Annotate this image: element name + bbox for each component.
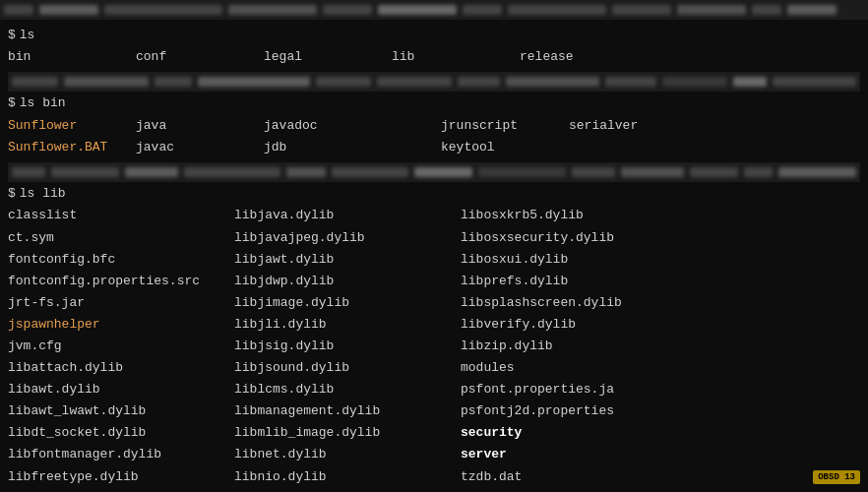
title-bar [0,0,868,20]
ls-lib-grid: classlist libjava.dylib libosxkrb5.dylib… [8,205,860,492]
lib-libjsig: libjsig.dylib [234,336,461,357]
lib-libosxui: libosxui.dylib [461,249,756,271]
lib-empty [461,488,756,492]
ls-bin-javac: javac [136,137,264,159]
lib-libjimage: libjimage.dylib [234,292,461,314]
lib-libprefs: libprefs.dylib [461,271,756,292]
cmd-ls: ls [20,24,35,46]
lib-libosxsecurity: libosxsecurity.dylib [461,227,756,249]
lib-libosxkrb5: libosxkrb5.dylib [461,205,756,226]
lib-libawt: libawt.dylib [8,379,234,400]
terminal-window: $ ls bin conf legal lib release [0,0,868,492]
lib-libdt-socket: libdt_socket.dylib [8,422,234,444]
lib-libattach: libattach.dylib [8,357,234,379]
prompt-ls: $ ls [8,24,860,46]
lib-libawt-lwawt: libawt_lwawt.dylib [8,400,234,422]
lib-libjava: libjava.dylib [234,205,461,226]
ls-output-row: bin conf legal lib release [8,46,860,69]
lib-libverify: libverify.dylib [461,314,756,336]
lib-ctsym: ct.sym [8,227,234,249]
lib-fontconfig-bfc: fontconfig.bfc [8,249,234,271]
lib-fontconfig-props: fontconfig.properties.src [8,271,234,292]
lib-libnio: libnio.dylib [234,466,461,488]
ls-bin-sunflower: Sunflower [8,115,136,138]
prompt-symbol-3: $ [8,182,16,205]
lib-libzip: libzip.dylib [461,336,756,357]
lib-libfontmanager: libfontmanager.dylib [8,444,234,465]
lib-tzdb: tzdb.dat [461,466,756,488]
lib-libjawt: libjawt.dylib [234,249,461,271]
separator-1 [8,72,860,92]
cmd-ls-bin: ls bin [20,92,66,114]
ls-bin-javadoc: javadoc [264,115,441,138]
lib-libjsound: libjsound.dylib [234,357,461,379]
lib-libjavajpeg: libjavajpeg.dylib [234,227,461,249]
lib-libfreetype: libfreetype.dylib [8,466,234,488]
ls-item-lib: lib [392,46,520,69]
lib-modules: modules [461,357,756,379]
ls-item-legal: legal [264,46,392,69]
lib-psfont-props: psfont.properties.ja [461,379,756,400]
lib-psfontj2d: psfontj2d.properties [461,400,756,422]
ls-bin-row2: Sunflower.BAT javac jdb keytool [8,137,860,159]
lib-libosx: libosx.dylib [234,488,461,492]
ls-bin-keytool: keytool [441,137,549,159]
ls-bin-row1: Sunflower java javadoc jrunscript serial… [8,115,860,138]
separator-2 [8,162,860,182]
lib-security: security [461,422,756,444]
badge: OBSD 13 [813,470,860,484]
lib-libmlib: libmlib_image.dylib [234,422,461,444]
lib-liblcms: liblcms.dylib [234,379,461,400]
lib-jvmcfg: jvm.cfg [8,336,234,357]
lib-jrtfs: jrt-fs.jar [8,292,234,314]
prompt-ls-bin: $ ls bin [8,92,860,114]
cmd-ls-lib: ls lib [20,182,66,205]
prompt-symbol-2: $ [8,92,16,114]
lib-libjdwp: libjdwp.dylib [234,271,461,292]
ls-item-bin: bin [8,46,136,69]
lib-libnet: libnet.dylib [234,444,461,465]
prompt-ls-lib: $ ls lib [8,182,860,205]
lib-libsplashscreen: libsplashscreen.dylib [461,292,756,314]
ls-bin-serialver: serialver [569,115,677,138]
lib-jspawnhelper: jspawnhelper [8,314,234,336]
prompt-symbol-1: $ [8,24,16,46]
ls-bin-sunflower-bat: Sunflower.BAT [8,137,136,159]
ls-bin-java: java [136,115,264,138]
ls-item-conf: conf [136,46,264,69]
ls-item-release: release [520,46,628,69]
terminal-content: $ ls bin conf legal lib release [0,20,868,492]
lib-server: server [461,444,756,465]
lib-classlist: classlist [8,205,234,226]
lib-libinstrument: libinstrument.dylib [8,488,234,492]
ls-bin-jrunscript: jrunscript [441,115,569,138]
lib-libmanagement: libmanagement.dylib [234,400,461,422]
lib-libjli: libjli.dylib [234,314,461,336]
ls-bin-jdb: jdb [264,137,441,159]
